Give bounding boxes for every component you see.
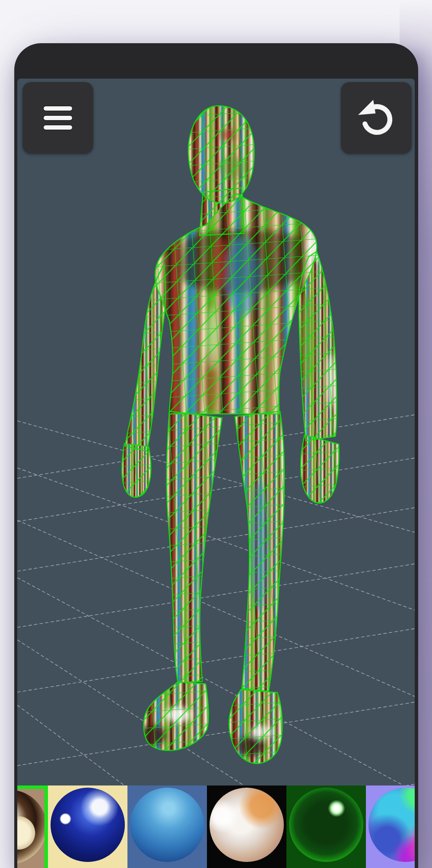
human-model bbox=[95, 96, 363, 779]
material-tile-pearl[interactable] bbox=[207, 785, 286, 868]
wireframe-mesh bbox=[95, 96, 363, 779]
material-tile-rainbow[interactable] bbox=[366, 785, 415, 868]
material-sphere bbox=[51, 788, 125, 862]
phone-frame bbox=[14, 43, 418, 868]
materials-bar bbox=[17, 785, 415, 868]
material-sphere bbox=[289, 788, 363, 862]
material-tile-chrome[interactable] bbox=[17, 785, 48, 868]
material-sphere bbox=[210, 788, 284, 862]
undo-button[interactable] bbox=[341, 82, 412, 154]
hamburger-menu-icon bbox=[44, 101, 72, 135]
material-sphere bbox=[368, 788, 415, 862]
model-canvas bbox=[17, 79, 415, 868]
material-tile-navy[interactable] bbox=[48, 785, 127, 868]
material-tile-skyblue[interactable] bbox=[127, 785, 207, 868]
material-sphere bbox=[130, 788, 204, 862]
page: { "app": { "kind": "mobile-3d-model-view… bbox=[0, 0, 432, 868]
viewport-3d[interactable] bbox=[17, 79, 415, 868]
material-sphere bbox=[17, 790, 47, 864]
menu-button[interactable] bbox=[22, 82, 93, 154]
undo-rotate-icon bbox=[352, 94, 400, 142]
material-tile-green[interactable] bbox=[286, 785, 366, 868]
